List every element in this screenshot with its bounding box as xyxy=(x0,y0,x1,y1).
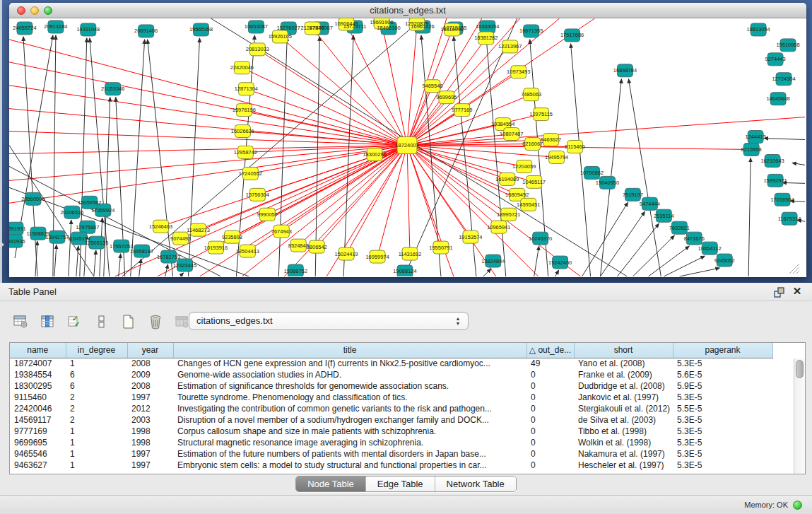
cell-short: Stergiakouli et al. (2012) xyxy=(574,403,673,414)
column-header-title[interactable]: title xyxy=(173,343,526,358)
edge[interactable] xyxy=(94,250,96,276)
selected-edge[interactable] xyxy=(407,146,507,180)
selected-edge[interactable] xyxy=(407,24,417,146)
close-panel-icon[interactable]: ✕ xyxy=(791,285,804,298)
graph-node-label: 17359924 xyxy=(91,207,114,214)
edge[interactable] xyxy=(23,37,37,276)
tab-node-table[interactable]: Node Table xyxy=(296,477,366,491)
table-row[interactable]: 1830029562008Estimation of significance … xyxy=(10,380,772,392)
network-canvas[interactable]: 2405572420913184143110482069140619565358… xyxy=(9,18,805,276)
graph-node-label: 16116092 xyxy=(441,26,464,33)
selected-edge[interactable] xyxy=(9,132,407,146)
edge[interactable] xyxy=(571,44,591,276)
edge[interactable] xyxy=(119,254,121,276)
edge[interactable] xyxy=(679,268,719,276)
selected-edge[interactable] xyxy=(407,18,482,146)
selected-edge[interactable] xyxy=(9,109,407,146)
split-view-icon[interactable] xyxy=(93,313,110,330)
table-selector-dropdown[interactable]: citations_edges.txt ▲▼ xyxy=(189,312,469,330)
select-column-icon[interactable] xyxy=(40,313,57,330)
selected-edge[interactable] xyxy=(9,146,407,154)
edge[interactable] xyxy=(748,158,751,276)
column-header-pagerank[interactable]: pagerank xyxy=(673,343,772,358)
table-row[interactable]: 1456911722003Disruption of a novel membe… xyxy=(10,414,772,426)
selected-edge[interactable] xyxy=(9,62,407,146)
graph-node-label: 24055724 xyxy=(13,25,36,31)
column-header-in_degree[interactable]: in_degree xyxy=(66,343,127,358)
selected-edge[interactable] xyxy=(242,132,407,146)
selected-edge[interactable] xyxy=(9,40,407,146)
column-header-year[interactable]: year xyxy=(127,343,173,358)
table-row[interactable]: 977716911998Corpus callosum shape and si… xyxy=(10,426,772,437)
edge[interactable] xyxy=(54,245,57,276)
selected-edge[interactable] xyxy=(9,146,407,204)
edge[interactable] xyxy=(165,264,168,276)
window-titlebar[interactable]: citations_edges.txt xyxy=(9,3,806,18)
edge[interactable] xyxy=(632,235,674,276)
delete-table-icon[interactable] xyxy=(147,313,164,330)
selected-edge[interactable] xyxy=(257,49,407,146)
selected-edge[interactable] xyxy=(298,146,407,246)
table-row[interactable]: 911546021997Tourette syndrome. Phenomeno… xyxy=(10,392,772,403)
tab-edge-table[interactable]: Edge Table xyxy=(366,477,435,491)
cell-year: 1998 xyxy=(127,437,173,448)
vertical-scrollbar[interactable] xyxy=(794,358,805,474)
cell-pagerank: 5.6E-5 xyxy=(673,369,772,380)
selected-edge[interactable] xyxy=(407,134,512,146)
cell-pagerank: 5.3E-5 xyxy=(673,414,772,426)
graph-node-label: 19510958 xyxy=(776,42,799,48)
edge[interactable] xyxy=(69,220,71,276)
selected-edge[interactable] xyxy=(407,146,471,238)
column-header-out_degree[interactable]: △ out_de... xyxy=(526,343,574,358)
table-row[interactable]: 2242004622012Investigating the contribut… xyxy=(10,403,772,414)
selected-edge[interactable] xyxy=(407,146,509,215)
resize-grip-icon[interactable] xyxy=(789,264,799,274)
edge[interactable] xyxy=(628,79,661,276)
create-table-icon[interactable] xyxy=(120,313,137,330)
table-toolbar: ✓✓f(x) xyxy=(13,310,218,334)
table-row[interactable]: 1872400712008Changes of HCN gene express… xyxy=(10,358,772,369)
cell-out_degree: 0 xyxy=(526,414,574,426)
memory-ok-indicator[interactable] xyxy=(793,501,802,510)
graph-node-label: 9777169 xyxy=(452,107,472,113)
cell-in_degree: 2 xyxy=(66,403,127,414)
cell-out_degree: 0 xyxy=(526,392,574,403)
edge[interactable] xyxy=(131,40,145,276)
edge[interactable] xyxy=(122,18,423,276)
network-graph[interactable]: 2405572420913184143110482069140619565358… xyxy=(9,18,805,276)
edge[interactable] xyxy=(601,211,645,276)
table-row[interactable]: 946362711997Embryonic stem cells: a mode… xyxy=(10,460,772,471)
edge[interactable] xyxy=(664,256,705,276)
float-panel-icon[interactable] xyxy=(774,286,785,298)
edge[interactable] xyxy=(617,223,659,276)
edge[interactable] xyxy=(648,246,689,276)
edge[interactable] xyxy=(764,139,805,140)
graph-node-label: 9235898 xyxy=(222,234,242,240)
table-row[interactable]: 946554611997Estimation of the future num… xyxy=(10,448,772,460)
table-row[interactable]: 1938455462009Genome-wide association stu… xyxy=(10,369,772,380)
tab-network-table[interactable]: Network Table xyxy=(435,477,516,491)
edge[interactable] xyxy=(180,273,184,276)
selected-edge[interactable] xyxy=(250,146,407,174)
cell-year: 1998 xyxy=(127,426,173,437)
cell-out_degree: 0 xyxy=(526,437,574,448)
panel-collapse-arrow-icon[interactable] xyxy=(0,241,4,248)
selected-edge[interactable] xyxy=(407,146,410,255)
edge[interactable] xyxy=(148,40,173,276)
scrollbar-thumb[interactable] xyxy=(796,360,804,378)
graph-node-label: 9699695 xyxy=(436,94,457,100)
edge[interactable] xyxy=(483,269,491,276)
column-header-short[interactable]: short xyxy=(574,343,673,358)
column-header-name[interactable]: name xyxy=(10,343,66,358)
edge[interactable] xyxy=(792,163,805,165)
edge[interactable] xyxy=(534,246,539,276)
graph-node-label: 21053346 xyxy=(101,86,124,92)
table-settings-icon[interactable] xyxy=(13,313,30,330)
edge[interactable] xyxy=(582,202,628,276)
edge[interactable] xyxy=(555,270,559,276)
selected-edge[interactable] xyxy=(242,68,407,146)
table-row[interactable]: 969969511998Structural magnetic resonanc… xyxy=(10,437,772,448)
status-bar: Memory: OK xyxy=(0,495,812,514)
graph-node-label: 9391931 xyxy=(9,226,26,232)
set-values-icon[interactable]: ✓✓ xyxy=(66,313,83,330)
